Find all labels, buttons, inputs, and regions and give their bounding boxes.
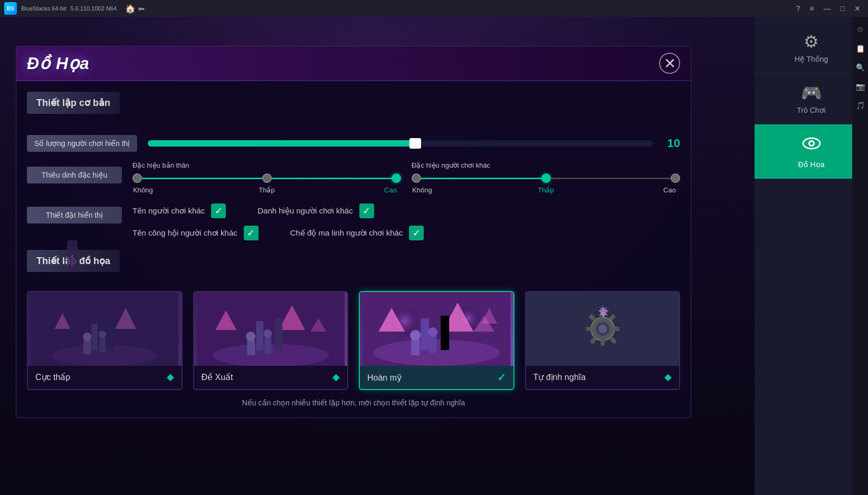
far-right-icon-4[interactable]: 📷 — [856, 82, 865, 91]
gear-icon: ⚙ — [804, 32, 819, 52]
card-diamond-icon-tu-dinh-nghia: ◆ — [664, 371, 672, 383]
titlebar-left: BS BlueStacks 64-bit 5.6.110.1002 N64 🏠 … — [4, 2, 145, 15]
settings-dialog: Đồ Họa ✕ Thiết lập cơ bản Số lượng người… — [16, 46, 691, 418]
graphic-card-hoan-my[interactable]: Hoàn mỹ ✓ — [359, 291, 514, 390]
close-button[interactable]: ✕ — [851, 3, 864, 14]
far-right-icon-5[interactable]: 🎵 — [856, 101, 865, 110]
card-diamond-icon-cuc-thap: ◆ — [167, 371, 174, 383]
card-image-tu-dinh-nghia — [526, 292, 680, 366]
app-version: 5.6.110.1002 N64 — [71, 5, 117, 12]
svg-point-20 — [263, 329, 272, 338]
svg-rect-33 — [429, 335, 436, 353]
display-settings-row: Thiết đặt hiển thị Tên người chơi khác ✓… — [27, 203, 680, 240]
close-x-icon: ✕ — [664, 55, 676, 72]
card-image-hoan-my — [360, 292, 513, 366]
player-count-label: Số lượng người chơi hiển thị — [27, 135, 137, 152]
svg-point-49 — [810, 142, 813, 145]
card-footer-de-xuat: Đề Xuất ◆ — [194, 366, 348, 388]
self-label-1: Thấp — [256, 186, 278, 194]
self-effects-slider: Không Thấp Cao — [132, 173, 401, 194]
self-label-0: Không — [132, 186, 154, 194]
svg-point-7 — [83, 333, 91, 341]
other-effects-track — [412, 173, 680, 183]
graphic-card-tu-dinh-nghia[interactable]: Tự định nghĩa ◆ — [525, 291, 681, 390]
far-right-icon-3[interactable]: 🔍 — [856, 63, 865, 72]
dialog-header: Đồ Họa ✕ — [16, 46, 691, 81]
self-label-2: Cao — [380, 186, 401, 194]
far-right-icon-1[interactable]: ⚙ — [856, 25, 864, 34]
svg-rect-5 — [107, 321, 113, 350]
sidebar-label-do-hoa: Đồ Họa — [798, 160, 825, 169]
other-effects-labels: Không Thấp Cao — [412, 186, 680, 194]
check-player-name-label: Tên người chơi khác — [132, 206, 205, 216]
display-checkboxes: Tên người chơi khác ✓ Danh hiệu người ch… — [132, 203, 680, 240]
svg-rect-30 — [441, 316, 449, 350]
sidebar-item-he-thong[interactable]: ⚙ Hệ Thống — [755, 22, 868, 73]
slider-thumb[interactable] — [409, 138, 421, 149]
back-icon[interactable]: ⬅ — [138, 4, 145, 14]
self-effects-group: Đặc hiệu bản thân Không Thấp Cao — [132, 161, 401, 194]
gamepad-icon: 🎮 — [801, 83, 822, 103]
self-effects-track — [132, 173, 401, 183]
check-title-badge: Danh hiệu người chơi khác ✓ — [257, 203, 374, 218]
card-footer-tu-dinh-nghia: Tự định nghĩa ◆ — [526, 366, 680, 388]
home-icon[interactable]: 🏠 — [125, 4, 136, 14]
check-player-name: Tên người chơi khác ✓ — [132, 203, 226, 218]
svg-rect-17 — [247, 339, 255, 355]
sidebar-label-tro-choi: Trò Chơi — [797, 106, 825, 114]
other-high-dot[interactable] — [671, 173, 680, 183]
slider-track-wrapper[interactable] — [148, 140, 653, 147]
other-seg1 — [421, 178, 541, 179]
check-row-1: Tên người chơi khác ✓ Danh hiệu người ch… — [132, 203, 680, 218]
svg-rect-29 — [421, 318, 429, 350]
other-label-2: Cao — [659, 186, 680, 194]
dialog-title: Đồ Họa — [27, 53, 90, 73]
self-low-dot[interactable] — [262, 173, 272, 183]
svg-rect-39 — [600, 339, 605, 346]
svg-point-46 — [598, 325, 607, 333]
far-right-panel: ⚙ 📋 🔍 📷 🎵 — [852, 17, 868, 495]
dialog-close-button[interactable]: ✕ — [659, 53, 680, 74]
graphic-cards-container: Cực thấp ◆ — [27, 291, 680, 390]
card-name-hoan-my: Hoàn mỹ — [367, 373, 402, 383]
graphic-card-cuc-thap[interactable]: Cực thấp ◆ — [27, 291, 183, 390]
special-effects-label: Thiêu dinh đặc hiệu — [27, 167, 122, 183]
basic-settings-header: Thiết lập cơ bản — [27, 92, 120, 114]
card-name-tu-dinh-nghia: Tự định nghĩa — [533, 372, 586, 382]
bluestacks-logo: BS — [4, 2, 17, 15]
self-effects-labels: Không Thấp Cao — [132, 186, 401, 194]
other-not-dot[interactable] — [412, 173, 421, 183]
svg-rect-31 — [411, 338, 419, 355]
graphic-card-de-xuat[interactable]: Đề Xuất ◆ — [193, 291, 349, 390]
svg-rect-8 — [99, 337, 106, 353]
collapse-icon: ‹ — [71, 251, 73, 261]
collapse-arrow[interactable]: ‹ — [67, 240, 78, 272]
other-effects-title: Đặc hiệu người chơi khác — [412, 161, 680, 169]
svg-point-9 — [99, 331, 106, 338]
sidebar-item-do-hoa[interactable]: Đồ Họa — [755, 124, 868, 179]
titlebar: BS BlueStacks 64-bit 5.6.110.1002 N64 🏠 … — [0, 0, 868, 17]
maximize-button[interactable]: □ — [837, 3, 848, 14]
svg-point-34 — [428, 327, 437, 337]
far-right-icon-2[interactable]: 📋 — [856, 44, 865, 53]
check-player-name-toggle[interactable]: ✓ — [211, 203, 226, 218]
check-guild-toggle[interactable]: ✓ — [244, 226, 259, 240]
card-image-de-xuat — [194, 292, 348, 366]
check-title-toggle[interactable]: ✓ — [359, 203, 374, 218]
other-low-dot[interactable] — [541, 173, 551, 183]
slider-track — [148, 140, 653, 147]
check-spirit-toggle[interactable]: ✓ — [409, 226, 424, 240]
minimize-button[interactable]: — — [821, 3, 834, 14]
check-spirit-mode: Chế độ ma linh người chơi khác ✓ — [290, 226, 424, 240]
self-high-dot[interactable] — [392, 173, 401, 183]
menu-button[interactable]: ≡ — [806, 3, 817, 14]
self-effects-title: Đặc hiệu bản thân — [132, 161, 401, 169]
self-not-dot[interactable] — [132, 173, 142, 183]
player-count-slider-container: 10 — [148, 137, 680, 150]
slider-value: 10 — [659, 137, 680, 150]
svg-point-18 — [246, 332, 255, 341]
help-button[interactable]: ? — [793, 3, 804, 14]
self-seg1 — [142, 178, 262, 179]
display-settings-label: Thiết đặt hiển thị — [27, 207, 122, 224]
sidebar-item-tro-choi[interactable]: 🎮 Trò Chơi — [755, 73, 868, 124]
